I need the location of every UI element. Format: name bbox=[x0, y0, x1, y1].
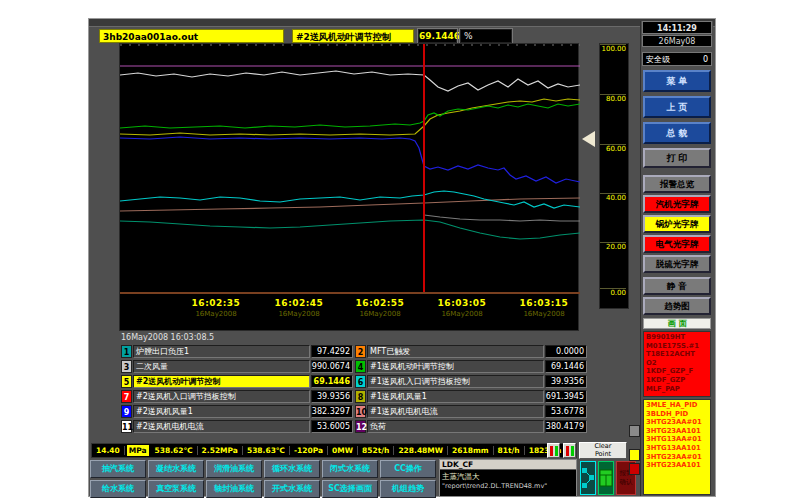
console-path: "report\trend2.DL.TREND48.mv" bbox=[440, 482, 576, 490]
legend-value: 691.3945 bbox=[545, 390, 587, 403]
mini-yellow-indicator[interactable] bbox=[629, 449, 640, 461]
legend-row[interactable]: 2MFT已触发0.0000 bbox=[355, 345, 587, 358]
overview-button[interactable]: 总 貌 bbox=[643, 122, 711, 144]
legend-label: 二次风量 bbox=[133, 360, 310, 373]
legend-color-square: 4 bbox=[355, 360, 366, 373]
nav-button[interactable]: CC操作 bbox=[380, 460, 436, 478]
message-console[interactable]: LDK_CF 主蒸汽温大 "report\trend2.DL.TREND48.m… bbox=[439, 459, 577, 497]
alarm-entry[interactable]: T18E12ACHT bbox=[646, 350, 710, 359]
alarm-entry[interactable]: 3HTG13AA101 bbox=[646, 444, 710, 453]
security-level-label: 安全级 bbox=[646, 53, 670, 65]
point-unit-box: % bbox=[460, 29, 512, 43]
process-status-bar: 14.40MPa538.62℃2.52MPa538.63℃-120Pa0MW85… bbox=[91, 443, 577, 458]
trend-plot[interactable]: 16:02:3516May200816:02:4516May200816:02:… bbox=[119, 43, 579, 331]
nav-button[interactable]: 循环水系统 bbox=[264, 460, 320, 478]
legend-row[interactable]: 10#1送风机电机电流53.6778 bbox=[355, 405, 587, 418]
alarm-entry[interactable]: 3HTG23AA#01 bbox=[646, 453, 710, 462]
status-value: -120Pa bbox=[290, 446, 328, 455]
x-tick-date: 16May2008 bbox=[502, 310, 586, 318]
clock-display: 14:11:29 bbox=[642, 21, 712, 34]
alarm-plate-button[interactable]: 汽机光字牌 bbox=[643, 195, 711, 213]
y-tick: 100.00 bbox=[600, 44, 626, 53]
alarm-entry[interactable]: 3MLE_HA_PID bbox=[646, 401, 710, 410]
legend-row[interactable]: 3二次风量990.0674 bbox=[121, 360, 353, 373]
alarm-entry[interactable]: 3BLDH_PID bbox=[646, 410, 710, 419]
x-tick: 16:03:0516May2008 bbox=[420, 298, 504, 318]
curve-#2送风机风量1 bbox=[120, 137, 580, 183]
nav-button[interactable]: 闭式水系统 bbox=[322, 460, 378, 478]
critical-alarm-list[interactable]: B99019HTM01E175S.#1T18E12ACHTO21KDF_GZP_… bbox=[643, 331, 711, 397]
nav-button[interactable]: 轴封油系统 bbox=[206, 480, 262, 498]
alarm-plate-button[interactable]: 脱硫光字牌 bbox=[643, 255, 711, 273]
nav-row-2: 给水系统真空泵系统轴封油系统开式水系统SC选择画面机组趋势 bbox=[89, 479, 437, 499]
time-axis: 16:02:3516May200816:02:4516May200816:02:… bbox=[120, 292, 580, 330]
clear-point-button[interactable]: Clear Point bbox=[579, 442, 627, 459]
indicator-button-1[interactable] bbox=[547, 443, 560, 458]
slider-pointer-icon[interactable] bbox=[582, 131, 595, 147]
x-tick-date: 16May2008 bbox=[257, 310, 341, 318]
nav-button[interactable]: SC选择画面 bbox=[322, 480, 378, 498]
legend-row[interactable]: 7#2送风机入口调节挡板控制39.9356 bbox=[121, 390, 353, 403]
print-button[interactable]: 打 印 bbox=[643, 148, 711, 168]
window-title-strip bbox=[89, 19, 715, 27]
legend-row[interactable]: 8#1送风机风量1691.3945 bbox=[355, 390, 587, 403]
alarm-entry[interactable]: O2 bbox=[646, 359, 710, 368]
trend-page-button[interactable]: 趋势图 bbox=[643, 297, 711, 315]
menu-button[interactable]: 菜 单 bbox=[643, 70, 711, 92]
indicator-button-2[interactable] bbox=[563, 443, 576, 458]
nav-button[interactable]: 润滑油系统 bbox=[206, 460, 262, 478]
value-slider-strip[interactable] bbox=[581, 43, 599, 331]
legend-label: #2送风机电机电流 bbox=[133, 420, 310, 433]
legend-row[interactable]: 9#2送风机风量1382.3297 bbox=[121, 405, 353, 418]
nav-button[interactable]: 凝结水系统 bbox=[148, 460, 204, 478]
date-display: 26May08 bbox=[642, 35, 712, 47]
alarm-entry[interactable]: 1KDF_GZP bbox=[646, 376, 710, 385]
legend-value: 69.1446 bbox=[311, 375, 353, 388]
alarm-overview-button[interactable]: 报警总览 bbox=[643, 175, 711, 193]
legend-row[interactable]: 4#1送风机动叶调节控制69.1446 bbox=[355, 360, 587, 373]
trend-curves bbox=[120, 44, 580, 292]
alarm-plate-button[interactable]: 锅炉光字牌 bbox=[643, 215, 711, 233]
legend-value: 69.1446 bbox=[545, 360, 587, 373]
legend-value: 97.4292 bbox=[311, 345, 353, 358]
legend-row[interactable]: 12负荷380.4179 bbox=[355, 420, 587, 433]
mini-grid-button[interactable] bbox=[629, 425, 640, 437]
mini-red-indicator[interactable] bbox=[629, 463, 640, 475]
screen-window-icon[interactable] bbox=[598, 461, 614, 495]
nav-button[interactable]: 开式水系统 bbox=[264, 480, 320, 498]
prev-page-button[interactable]: 上 页 bbox=[643, 96, 711, 118]
alarm-plate-button[interactable]: 电气光字牌 bbox=[643, 235, 711, 253]
nav-button[interactable]: 给水系统 bbox=[90, 480, 146, 498]
alarm-entry[interactable]: 3HTG13AA#01 bbox=[646, 435, 710, 444]
alarm-entry[interactable]: 3HTG23AA101 bbox=[646, 427, 710, 436]
point-tag-box[interactable]: 3hb20aa001ao.out bbox=[99, 29, 284, 43]
cursor-timestamp: 16May2008 16:03:08.5 bbox=[121, 333, 421, 342]
mute-button[interactable]: 静 音 bbox=[643, 277, 711, 295]
alarm-entry[interactable]: M01E175S.#1 bbox=[646, 342, 710, 351]
x-tick-time: 16:02:35 bbox=[174, 298, 258, 308]
alarm-entry[interactable]: 3HTG23AA101 bbox=[646, 461, 710, 470]
legend-value: 380.4179 bbox=[545, 420, 587, 433]
legend-row[interactable]: 5#2送风机动叶调节控制69.1446 bbox=[121, 375, 353, 388]
point-description-box[interactable]: #2送风机动叶调节控制 bbox=[292, 29, 414, 43]
nav-button[interactable]: 抽汽系统 bbox=[90, 460, 146, 478]
nav-button[interactable]: 机组趋势 bbox=[380, 480, 436, 498]
legend-row[interactable]: 1炉膛出口负压197.4292 bbox=[121, 345, 353, 358]
console-selected-item[interactable]: LDK_CF bbox=[440, 460, 576, 470]
warning-alarm-list[interactable]: 3MLE_HA_PID3BLDH_PID3HTG23AA#013HTG23AA1… bbox=[643, 399, 711, 495]
alarm-entry[interactable]: 1KDF_GZP_F bbox=[646, 367, 710, 376]
security-level-box: 安全级 0 bbox=[642, 52, 712, 66]
legend-row[interactable]: 6#1送风机入口调节挡板控制39.9356 bbox=[355, 375, 587, 388]
alarm-plate-buttons: 汽机光字牌锅炉光字牌电气光字牌脱硫光字牌 bbox=[641, 193, 713, 273]
network-nodes-icon[interactable] bbox=[580, 461, 596, 495]
alarm-entry[interactable]: 3HTG23AA#01 bbox=[646, 418, 710, 427]
alarm-entry[interactable]: MLF_PAP bbox=[646, 385, 710, 394]
legend-label: MFT已触发 bbox=[367, 345, 544, 358]
y-axis: 100.0080.0060.0040.0020.000.00 bbox=[599, 43, 629, 309]
alarm-entry[interactable]: B99019HT bbox=[646, 333, 710, 342]
status-value: 0MW bbox=[328, 446, 358, 455]
nav-button[interactable]: 真空泵系统 bbox=[148, 480, 204, 498]
legend-row[interactable]: 11#2送风机电机电流53.6005 bbox=[121, 420, 353, 433]
status-value: 1823t/h bbox=[525, 446, 567, 455]
legend-color-square: 2 bbox=[355, 345, 366, 358]
